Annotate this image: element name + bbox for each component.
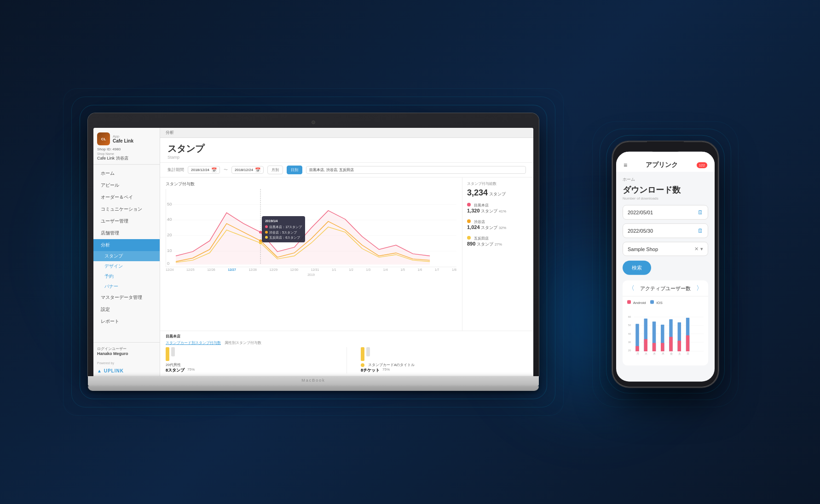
svg-text:20: 20	[167, 233, 172, 237]
page-title-ja: スタンプ	[167, 143, 526, 155]
chart-left: スタンプ付与数	[160, 178, 462, 331]
btn-monthly[interactable]: 月別	[267, 166, 283, 174]
sidebar-brand: CL App Cafe Link Shop ID: 4980	[93, 128, 160, 165]
phone-notch	[647, 142, 684, 152]
bar-value: 8スタンプ	[166, 367, 185, 373]
android-dot	[627, 300, 631, 304]
nav-design[interactable]: デザイン	[93, 261, 160, 271]
chart-area: スタンプ付与数	[160, 178, 533, 331]
nav-report[interactable]: レポート	[93, 315, 160, 327]
legend-dot-shibuya	[467, 219, 471, 223]
chart-title: スタンプ付与数	[166, 181, 456, 187]
line-chart: 50 40 20 10 0	[166, 189, 456, 267]
brand-icon: CL	[97, 132, 110, 145]
tab-stamp-card[interactable]: スタンプカード別スタンプ付与数	[166, 340, 221, 345]
bar-pct: 75%	[187, 367, 195, 373]
phone-active-header: 〈 アクティブユーザー数 〉	[623, 281, 708, 297]
nav-stamp[interactable]: スタンプ	[93, 251, 160, 261]
shop-name-val: Cafe Link 渋谷店	[97, 155, 156, 161]
brand-name: Cafe Link	[113, 138, 133, 143]
notification-badge[interactable]: 122	[697, 162, 707, 168]
ios-dot	[650, 300, 654, 304]
bar-section-right: スタンプカードAのタイトル 8チケット 75%	[361, 347, 528, 373]
date-from-field[interactable]: 2018/12/24 📅	[188, 166, 220, 174]
nav-banner[interactable]: バナー	[93, 281, 160, 292]
nav-reservation[interactable]: 予約	[93, 271, 160, 281]
bottom-tabs: スタンプカード別スタンプ付与数 属性別スタンプ付与数	[166, 340, 528, 345]
phone-date-from[interactable]: 2022/05/01 🗓	[623, 205, 708, 220]
brand-row: CL App Cafe Link	[97, 132, 156, 145]
laptop-screen: CL App Cafe Link Shop ID: 4980	[93, 128, 533, 376]
nav-store[interactable]: 店舗管理	[93, 227, 160, 239]
svg-rect-29	[653, 343, 656, 351]
shop-select[interactable]: 目黒本店, 渋谷店, 五反田店	[306, 166, 526, 174]
powered-by-label: Powered by	[97, 361, 156, 365]
svg-text:20: 20	[628, 349, 631, 352]
phone-menu-icon[interactable]: ≡	[624, 161, 627, 169]
next-section-icon[interactable]: 〉	[696, 284, 703, 292]
legend-ios: iOS	[650, 300, 663, 305]
active-users-label: アクティブユーザー数	[640, 285, 691, 292]
brand-app-label: App	[113, 134, 133, 138]
right-tab-label: スタンプカードAのタイトル	[368, 362, 415, 367]
period-label: 集計期間	[167, 167, 184, 173]
bar-section-left: 20代男性 8スタンプ 75%	[166, 347, 333, 373]
laptop-outer: CL App Cafe Link Shop ID: 4980	[88, 113, 539, 391]
legend-dot-meguro	[467, 203, 471, 206]
main-content: 分析 スタンプ Stamp 集計期間 2018/12/24 📅	[160, 128, 533, 376]
total-stat: 3,234 スタンプ	[467, 188, 529, 198]
phone-outer: ≡ アプリンク 122 ホーム ダウンロード数 Number of downlo…	[612, 142, 718, 387]
clear-shop-icon[interactable]: ✕	[694, 246, 699, 252]
laptop-container: CL App Cafe Link Shop ID: 4980	[88, 113, 539, 391]
nav-order[interactable]: オーダー＆ペイ	[93, 191, 160, 203]
phone-active-section: 〈 アクティブユーザー数 〉 Android	[623, 281, 708, 366]
calendar-icon-from: 📅	[211, 167, 217, 172]
svg-text:60: 60	[628, 315, 631, 318]
year-label: 2019	[166, 273, 456, 276]
phone-date-to[interactable]: 2022/05/30 🗓	[623, 223, 708, 238]
svg-text:40: 40	[628, 332, 631, 335]
phone-body: ホーム ダウンロード数 Number of downloads 2022/05/…	[616, 172, 715, 370]
page-header: スタンプ Stamp	[160, 138, 533, 163]
bottom-section: 目黒本店 スタンプカード別スタンプ付与数 属性別スタンプ付与数	[160, 331, 533, 376]
phone-shop-field[interactable]: Sample Shop ✕ ▾	[623, 242, 708, 256]
svg-rect-25	[635, 346, 639, 351]
phone-search-btn[interactable]: 検索	[623, 261, 651, 275]
laptop-screen-frame: CL App Cafe Link Shop ID: 4980	[88, 113, 539, 376]
svg-rect-27	[644, 339, 647, 351]
nav-home[interactable]: ホーム	[93, 167, 160, 179]
laptop-camera-row	[93, 119, 533, 128]
svg-text:30: 30	[628, 341, 631, 344]
stat-gotanda: 五反田店 890 スタンプ 27%	[467, 235, 529, 247]
brand-info: App Cafe Link	[113, 134, 133, 143]
user-name: Hanako Meguro	[97, 351, 156, 356]
svg-text:水: 水	[653, 352, 656, 355]
nav-analytics[interactable]: 分析	[93, 239, 160, 251]
nav-comm[interactable]: コミュニケーション	[93, 203, 160, 215]
phone-page-title: ダウンロード数	[623, 184, 708, 195]
chevron-down-icon: ▾	[700, 246, 703, 252]
phone-chart-legend: Android iOS	[627, 300, 704, 305]
prev-section-icon[interactable]: 〈	[628, 284, 635, 292]
nav-user[interactable]: ユーザー管理	[93, 215, 160, 227]
date-to-field[interactable]: 2018/12/24 📅	[231, 166, 264, 174]
sidebar-nav: ホーム アピール オーダー＆ペイ コミュニケーション ユーザー管理 店舗管理 分…	[93, 165, 160, 342]
phone-page-sub: Number of downloads	[623, 196, 708, 200]
filter-row: 集計期間 2018/12/24 📅 〜 2018/12/24 📅	[160, 163, 533, 178]
phone-screen: ≡ アプリンク 122 ホーム ダウンロード数 Number of downlo…	[616, 152, 715, 382]
nav-settings[interactable]: 設定	[93, 304, 160, 315]
bottom-shop-name: 目黒本店	[166, 334, 528, 339]
phone-bar-chart: 60 50 40 30 20	[627, 307, 704, 362]
nav-appeal[interactable]: アピール	[93, 179, 160, 191]
svg-rect-31	[661, 343, 664, 351]
nav-master[interactable]: マスターデータ管理	[93, 292, 160, 304]
svg-text:10: 10	[167, 249, 172, 253]
bottom-bars: 20代男性 8スタンプ 75%	[166, 347, 528, 373]
phone-home-label: ホーム	[623, 177, 708, 183]
tab-attribute[interactable]: 属性別スタンプ付与数	[225, 340, 261, 345]
powered-by-row: Powered by	[93, 360, 160, 366]
svg-text:月: 月	[636, 352, 639, 355]
sidebar: CL App Cafe Link Shop ID: 4980	[93, 128, 160, 376]
btn-daily[interactable]: 日別	[287, 166, 302, 174]
page-title-en: Stamp	[167, 155, 526, 160]
